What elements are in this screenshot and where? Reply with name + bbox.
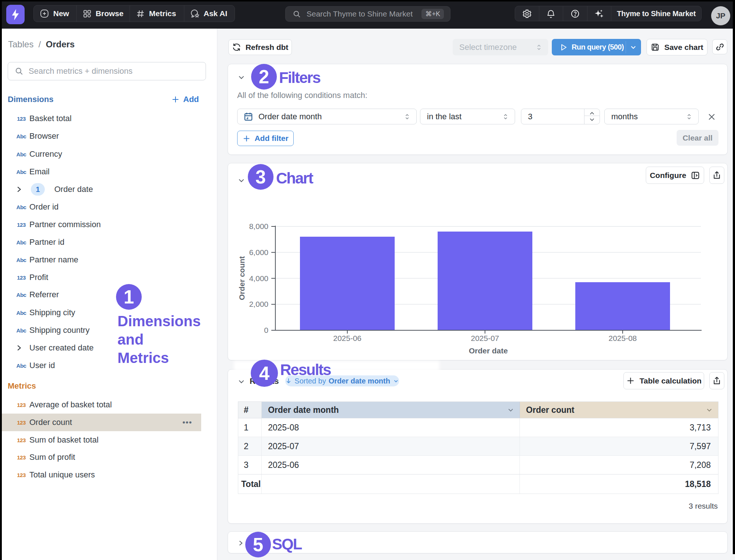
svg-text:2025-06: 2025-06 <box>333 334 361 342</box>
svg-text:Order count: Order count <box>238 256 246 300</box>
svg-text:6,000: 6,000 <box>249 248 268 257</box>
svg-text:2025-08: 2025-08 <box>608 334 637 342</box>
svg-text:Order date: Order date <box>469 346 508 355</box>
svg-text:8,000: 8,000 <box>249 222 268 230</box>
svg-text:4,000: 4,000 <box>249 274 268 283</box>
svg-text:0: 0 <box>264 326 268 334</box>
svg-text:2,000: 2,000 <box>249 300 268 308</box>
svg-text:2025-07: 2025-07 <box>471 334 499 342</box>
